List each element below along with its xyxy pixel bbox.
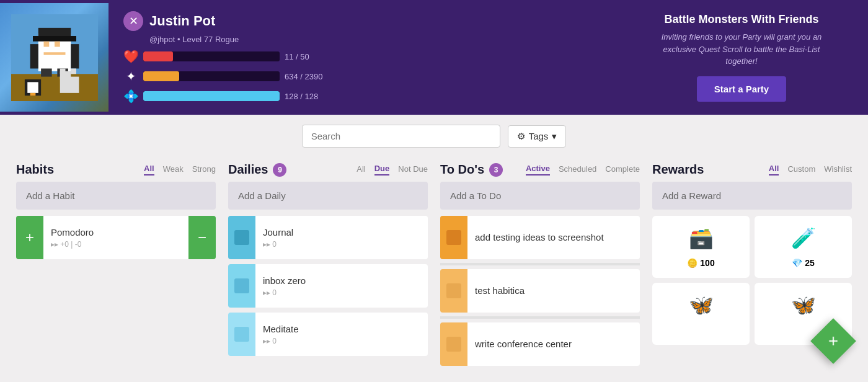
daily-checkbox-inbox-zero[interactable] xyxy=(228,264,255,308)
daily-item-journal: Journal ▸▸ 0 xyxy=(228,216,428,259)
mp-bar-bg xyxy=(143,91,280,101)
reward-icon-potion: 🧪 xyxy=(789,223,818,253)
avatar xyxy=(0,3,108,112)
daily-stats-meditate: ▸▸ 0 xyxy=(263,337,420,345)
dailies-header: Dailies 9 All Due Not Due xyxy=(228,162,428,177)
add-habit-card[interactable]: Add a Habit xyxy=(16,182,216,210)
hp-icon: ❤️ xyxy=(123,49,138,64)
svg-rect-17 xyxy=(27,82,38,93)
mp-bar-fill xyxy=(143,91,280,101)
dailies-tabs: All Due Not Due xyxy=(356,164,428,175)
filter-icon: ⚙ xyxy=(517,131,525,142)
todo-divider-1 xyxy=(440,263,640,265)
dailies-title: Dailies xyxy=(228,162,268,177)
fab-plus-icon: + xyxy=(828,332,838,350)
daily-checkbox-meditate[interactable] xyxy=(228,313,255,356)
daily-checkbox-journal[interactable] xyxy=(228,216,255,259)
main-columns: Habits All Weak Strong Add a Habit + Pom… xyxy=(0,158,868,375)
habits-header: Habits All Weak Strong xyxy=(16,162,216,177)
reward-price-value-potion: 25 xyxy=(805,258,815,268)
gold-coin-icon: 🪙 xyxy=(687,258,698,268)
daily-name-journal: Journal xyxy=(263,227,420,238)
reward-item-butterfly1[interactable]: 🦋 xyxy=(652,283,750,345)
reward-price-value-chest: 100 xyxy=(700,258,714,268)
todo-name-testing: add testing ideas to screenshot xyxy=(475,231,632,244)
todos-tab-scheduled[interactable]: Scheduled xyxy=(559,164,596,175)
add-reward-card[interactable]: Add a Reward xyxy=(652,182,852,210)
search-area: ⚙ Tags ▾ xyxy=(0,115,868,158)
habits-tab-all[interactable]: All xyxy=(144,164,154,175)
start-party-button[interactable]: Start a Party xyxy=(697,76,786,102)
todo-checkbox-conference[interactable] xyxy=(440,322,467,366)
rewards-tabs: All Custom Wishlist xyxy=(769,164,852,175)
habit-plus-button[interactable]: + xyxy=(16,216,43,259)
todos-tab-active[interactable]: Active xyxy=(526,164,550,175)
reward-item-potion[interactable]: 🧪 💎 25 xyxy=(755,216,852,278)
daily-name-inbox-zero: inbox zero xyxy=(263,275,420,286)
reward-price-chest: 🪙 100 xyxy=(687,258,714,268)
todo-divider-2 xyxy=(440,316,640,319)
svg-rect-9 xyxy=(71,44,79,68)
todo-item-conference: write conference center xyxy=(440,322,640,366)
hp-stat-row: ❤️ 11 / 50 xyxy=(123,49,328,64)
mp-icon: 💠 xyxy=(123,89,138,104)
dailies-tab-all[interactable]: All xyxy=(356,164,365,175)
hp-bar-fill xyxy=(143,51,173,61)
habits-column: Habits All Weak Strong Add a Habit + Pom… xyxy=(10,158,222,375)
chevron-down-icon: ▾ xyxy=(552,131,557,142)
rewards-header: Rewards All Custom Wishlist xyxy=(652,162,852,177)
svg-rect-4 xyxy=(33,36,76,42)
tags-button[interactable]: ⚙ Tags ▾ xyxy=(508,125,567,148)
party-promo: Battle Monsters With Friends Inviting fr… xyxy=(630,1,853,114)
xp-stat-row: ✦ 634 / 2390 xyxy=(123,69,328,84)
add-daily-card[interactable]: Add a Daily xyxy=(228,182,428,210)
todos-tabs: Active Scheduled Complete xyxy=(526,164,640,175)
user-subtitle: @jhpot • Level 77 Rogue xyxy=(149,35,328,44)
habit-minus-button[interactable]: − xyxy=(188,216,216,259)
reward-item-chest[interactable]: 🗃️ 🪙 100 xyxy=(652,216,750,278)
todos-badge: 3 xyxy=(489,163,503,177)
daily-item-meditate: Meditate ▸▸ 0 xyxy=(228,313,428,356)
svg-rect-5 xyxy=(43,41,49,47)
dailies-tab-not-due[interactable]: Not Due xyxy=(398,164,428,175)
habits-tab-strong[interactable]: Strong xyxy=(192,164,216,175)
reward-price-potion: 💎 25 xyxy=(792,258,815,268)
avatar-sprite xyxy=(11,14,98,101)
svg-rect-6 xyxy=(55,41,60,47)
svg-rect-18 xyxy=(30,92,35,95)
xp-icon: ✦ xyxy=(123,69,138,84)
rewards-tab-wishlist[interactable]: Wishlist xyxy=(824,164,852,175)
todos-title: To Do's xyxy=(440,162,484,177)
rewards-tab-custom[interactable]: Custom xyxy=(787,164,815,175)
dailies-tab-due[interactable]: Due xyxy=(374,164,390,175)
todo-name-conference: write conference center xyxy=(475,338,632,350)
rewards-tab-all[interactable]: All xyxy=(769,164,779,175)
todos-header: To Do's 3 Active Scheduled Complete xyxy=(440,162,640,177)
daily-stats-inbox-zero: ▸▸ 0 xyxy=(263,288,420,297)
xp-bar-bg xyxy=(143,71,280,81)
svg-rect-15 xyxy=(71,68,76,74)
add-todo-card[interactable]: Add a To Do xyxy=(440,182,640,210)
username: Justin Pot xyxy=(149,13,215,29)
daily-name-meditate: Meditate xyxy=(263,324,420,334)
habits-tab-weak[interactable]: Weak xyxy=(163,164,184,175)
tags-label: Tags xyxy=(529,131,549,141)
xp-value: 634 / 2390 xyxy=(285,72,328,81)
search-input[interactable] xyxy=(302,125,500,148)
dailies-badge: 9 xyxy=(273,163,286,177)
daily-stats-journal: ▸▸ 0 xyxy=(263,240,420,249)
user-info: ✕ Justin Pot @jhpot • Level 77 Rogue ❤️ … xyxy=(108,0,343,115)
svg-rect-10 xyxy=(41,68,52,76)
todo-name-habitica: test habitica xyxy=(475,285,632,297)
party-promo-title: Battle Monsters With Friends xyxy=(655,13,828,26)
habit-stats: ▸▸ +0 | -0 xyxy=(51,240,181,249)
svg-rect-8 xyxy=(30,44,38,68)
reward-icon-chest: 🗃️ xyxy=(686,223,716,253)
gem-coin-icon: 💎 xyxy=(792,258,802,268)
todo-checkbox-testing[interactable] xyxy=(440,216,467,259)
rewards-title: Rewards xyxy=(652,162,704,177)
xp-bar-fill xyxy=(143,71,179,81)
todos-tab-complete[interactable]: Complete xyxy=(605,164,640,175)
hp-bar-bg xyxy=(143,51,280,61)
todo-checkbox-habitica[interactable] xyxy=(440,269,467,313)
